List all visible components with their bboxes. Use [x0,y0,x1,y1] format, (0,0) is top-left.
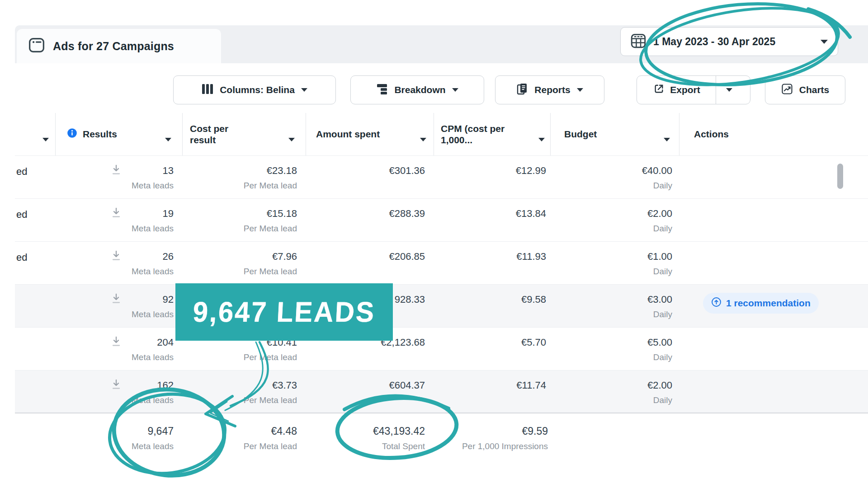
date-range-label: 1 May 2023 - 30 Apr 2025 [653,36,813,48]
spent-value: €288.39 [306,208,425,220]
table-row: ed 19Meta leads €15.18Per Meta lead €288… [15,199,868,242]
reports-icon [516,83,528,98]
header-cost-label: Cost per result [190,123,240,145]
budget-value: €2.00 [551,380,672,391]
charts-button[interactable]: Charts [765,75,845,104]
chevron-down-icon [165,138,171,141]
export-label: Export [670,84,700,95]
total-cost: €4.48 [183,425,297,437]
chevron-down-icon [288,138,295,141]
ads-tab[interactable]: Ads for 27 Campaigns [17,29,221,63]
export-main[interactable]: Export [644,76,709,104]
date-range-button[interactable]: 1 May 2023 - 30 Apr 2025 [620,27,838,56]
budget-sub: Daily [551,395,672,405]
download-icon[interactable] [111,379,122,390]
ads-table: Results Cost per result Amount spent CPM… [15,113,868,459]
cost-value: €23.18 [183,165,297,177]
recommendation-label: 1 recommendation [726,298,811,309]
ad-name-clipped: ed [15,242,56,284]
chevron-down-icon [452,88,458,92]
export-dropdown[interactable] [716,76,743,104]
export-icon [653,83,665,97]
total-cpm-sub: Per 1,000 Impressions [434,441,548,451]
header-cost-per-result[interactable]: Cost per result [183,113,306,155]
results-sub: Meta leads [56,310,174,319]
info-icon[interactable] [67,128,77,141]
header-actions: Actions [679,113,868,155]
download-icon[interactable] [111,250,122,262]
export-button[interactable]: Export [637,75,750,104]
recommendation-link[interactable]: 1 recommendation [703,293,819,314]
header-budget-label: Budget [564,128,597,140]
download-icon[interactable] [111,207,122,219]
spent-value: €301.36 [306,165,425,177]
budget-value: €5.00 [551,337,672,348]
charts-label: Charts [799,84,830,95]
table-row: 162Meta leads €3.73Per Meta lead €604.37… [15,371,868,413]
header-spent-label: Amount spent [316,128,380,140]
chevron-down-icon [538,138,545,141]
results-sub: Meta leads [56,352,174,362]
totals-row: 9,647Meta leads €4.48Per Meta lead €43,1… [15,413,868,459]
header-name-column[interactable] [15,113,56,155]
spent-value: €604.37 [306,380,425,391]
budget-value: €2.00 [551,208,672,220]
budget-sub: Daily [551,267,672,277]
cost-value: €15.18 [183,208,297,220]
budget-sub: Daily [551,352,672,362]
columns-label: Columns: Belina [220,84,295,95]
header-cpm[interactable]: CPM (cost per 1,000... [434,113,551,155]
cpm-value: €13.84 [434,208,546,220]
chevron-down-icon [301,88,307,92]
results-sub: Meta leads [56,224,174,234]
budget-value: €40.00 [551,165,672,177]
cpm-value: €11.74 [434,380,546,391]
header-budget[interactable]: Budget [551,113,679,155]
spent-value: €206.85 [306,251,425,263]
table-header-row: Results Cost per result Amount spent CPM… [15,113,868,156]
reports-label: Reports [534,84,570,95]
cost-sub: Per Meta lead [183,224,297,234]
table-row: 92Meta leads 928.33 €9.58 €3.00Daily 1 r… [15,285,868,328]
download-icon[interactable] [111,164,122,176]
chevron-down-icon [420,138,426,141]
header-results[interactable]: Results [56,113,183,155]
total-cpm: €9.59 [434,425,548,437]
tab-title: Ads for 27 Campaigns [53,40,174,53]
budget-sub: Daily [551,310,672,319]
leads-badge-label: 9,647 LEADS [192,296,376,328]
total-spent-sub: Total Spent [306,441,425,451]
breakdown-button[interactable]: Breakdown [350,75,484,104]
calendar-grid-icon [631,33,646,50]
cost-sub: Per Meta lead [183,352,297,362]
reports-button[interactable]: Reports [495,75,604,104]
breakdown-label: Breakdown [394,84,445,95]
budget-sub: Daily [551,181,672,191]
budget-value: €3.00 [551,294,672,305]
cpm-value: €5.70 [434,337,546,348]
table-row: ed 26Meta leads €7.96Per Meta lead €206.… [15,242,868,285]
header-actions-label: Actions [694,128,729,140]
cpm-value: €9.58 [434,294,546,305]
download-icon[interactable] [111,336,122,347]
ad-name-clipped [15,371,56,413]
columns-icon [202,83,213,97]
window-icon [28,37,45,55]
cost-sub: Per Meta lead [183,181,297,191]
download-icon[interactable] [111,293,122,305]
total-cost-sub: Per Meta lead [183,441,297,451]
header-amount-spent[interactable]: Amount spent [306,113,434,155]
total-results: 9,647 [56,425,174,437]
budget-sub: Daily [551,224,672,234]
header-cpm-label: CPM (cost per 1,000... [441,123,515,145]
chart-icon [781,83,793,97]
results-sub: Meta leads [56,181,174,191]
total-spent: €43,193.42 [306,425,425,437]
ad-name-clipped: ed [15,156,56,198]
columns-button[interactable]: Columns: Belina [173,75,336,104]
results-sub: Meta leads [56,395,174,405]
table-row: 204Meta leads €10.41Per Meta lead €2,123… [15,328,868,371]
leads-annotation-badge: 9,647 LEADS [175,283,393,341]
chevron-down-icon [664,138,670,141]
vertical-scrollbar[interactable] [837,164,843,189]
